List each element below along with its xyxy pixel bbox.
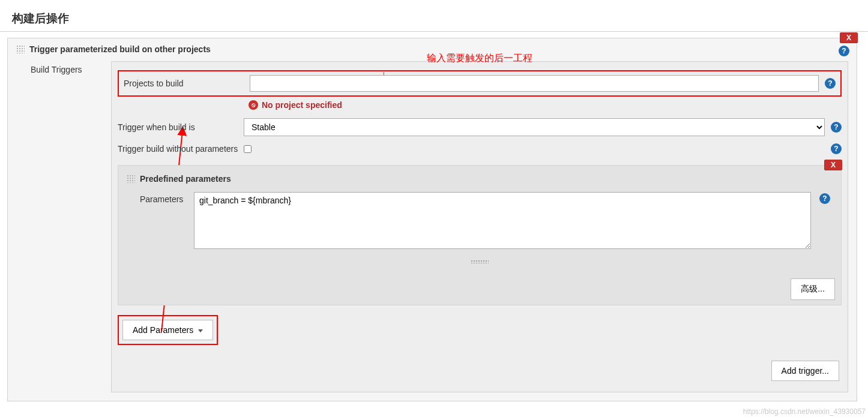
trigger-without-params-checkbox[interactable] — [244, 145, 252, 153]
parameters-label: Parameters — [140, 192, 194, 251]
error-message: ⦸ No project specified — [118, 98, 842, 115]
section-header: Trigger parameterized build on other pro… — [8, 38, 857, 56]
help-icon[interactable]: ? — [831, 122, 842, 133]
grip-icon — [471, 260, 489, 263]
projects-to-build-label: Projects to build — [124, 79, 250, 88]
no-entry-icon: ⦸ — [249, 100, 258, 110]
help-icon[interactable]: ? — [831, 143, 842, 154]
advanced-button[interactable]: 高级... — [791, 278, 835, 300]
chevron-down-icon — [198, 329, 203, 332]
close-icon[interactable]: X — [824, 160, 842, 170]
page-title: 构建后操作 — [0, 0, 868, 31]
build-triggers-label: Build Triggers — [31, 61, 101, 392]
trigger-section-panel: X Trigger parameterized build on other p… — [7, 38, 857, 401]
divider — [0, 31, 868, 32]
trigger-when-select[interactable]: Stable — [244, 118, 825, 136]
help-icon[interactable]: ? — [825, 78, 836, 89]
trigger-when-label: Trigger when build is — [118, 122, 244, 132]
trigger-without-params-label: Trigger build without parameters — [118, 144, 238, 154]
add-trigger-button[interactable]: Add trigger... — [771, 361, 839, 381]
section-title: Trigger parameterized build on other pro… — [29, 44, 211, 54]
build-trigger-config-panel: 输入需要触发的后一工程 ↓ Projects to build ? ⦸ — [111, 61, 848, 392]
trigger-when-row: Trigger when build is Stable ? — [118, 115, 842, 140]
predefined-parameters-panel: X Predefined parameters Parameters git_b… — [118, 165, 842, 305]
parameters-row: Parameters git_branch = ${mbranch} ? — [118, 187, 841, 253]
add-parameters-highlight: Add Parameters — [118, 315, 218, 345]
projects-to-build-row: Projects to build ? — [118, 70, 842, 97]
nested-section-header: Predefined parameters — [118, 166, 841, 187]
parameters-textarea[interactable]: git_branch = ${mbranch} — [194, 192, 811, 249]
resize-grip[interactable] — [118, 253, 841, 266]
trigger-without-params-row: Trigger build without parameters ? — [118, 140, 842, 158]
drag-handle-icon[interactable] — [127, 175, 135, 183]
help-icon[interactable]: ? — [839, 46, 849, 56]
predefined-parameters-title: Predefined parameters — [140, 174, 231, 184]
help-icon[interactable]: ? — [819, 193, 830, 204]
add-parameters-button[interactable]: Add Parameters — [122, 320, 213, 340]
projects-to-build-input[interactable] — [250, 75, 819, 92]
drag-handle-icon[interactable] — [16, 45, 25, 53]
error-text: No project specified — [262, 100, 342, 110]
add-parameters-label: Add Parameters — [133, 325, 193, 335]
